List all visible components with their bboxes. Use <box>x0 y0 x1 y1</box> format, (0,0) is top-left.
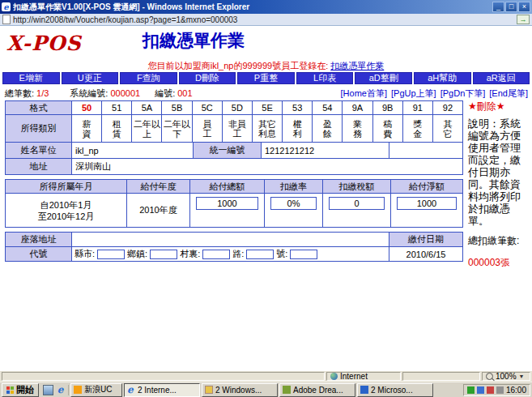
tray-icon[interactable] <box>477 386 484 394</box>
category-label: 業 務 <box>343 115 372 143</box>
location-address-input[interactable] <box>72 233 389 247</box>
status-message-panel <box>2 372 325 381</box>
format-option-selected[interactable]: 50 <box>72 101 102 115</box>
code-fields-row: 縣市: 鄉鎮: 村裏: 路: 號: <box>72 247 389 262</box>
toolbar-update-button[interactable]: U更正 <box>62 72 119 84</box>
toolbar-print-button[interactable]: L印表 <box>296 72 354 84</box>
net-pay-cell: 1000 <box>391 194 463 228</box>
security-zone-panel: Internet <box>326 372 401 381</box>
task-button-windows-explorer[interactable]: 2 Windows... <box>202 383 278 397</box>
record-number-label: 編號: <box>155 88 175 100</box>
village-input[interactable] <box>202 250 230 259</box>
quick-launch-bar: e <box>40 385 69 395</box>
format-option[interactable]: 5E <box>253 101 283 115</box>
help-description: 說明：系統編號為方便使用者管理而設定，繳付日期亦同。其餘資料均將列印於扣繳憑單。 <box>468 117 530 227</box>
withholding-tax-input[interactable]: 0 <box>329 197 385 210</box>
tray-icon[interactable] <box>467 386 475 394</box>
tray-icon[interactable] <box>496 386 504 394</box>
toolbar-return-button[interactable]: aR返回 <box>473 72 530 84</box>
task-button-sina-uc[interactable]: 新浪UC <box>70 383 122 397</box>
township-input[interactable] <box>150 250 177 259</box>
ie-quicklaunch-icon[interactable]: e <box>55 385 66 395</box>
toolbar-delete-button[interactable]: D刪除 <box>179 72 236 84</box>
nav-next-record[interactable]: [PgDn下筆] <box>440 88 486 100</box>
show-desktop-icon[interactable] <box>43 385 53 395</box>
login-status-text: 您目前以加盟商ikl_np的999999號員工登錄在: <box>148 61 331 70</box>
uniform-number-button[interactable]: 統一編號 <box>194 143 262 159</box>
login-status-page-link[interactable]: 扣繳憑單作業 <box>330 61 384 70</box>
minimize-button[interactable]: _ <box>492 2 504 12</box>
format-option[interactable]: 53 <box>283 101 313 115</box>
dreamweaver-icon <box>283 386 291 394</box>
internet-zone-icon <box>330 373 338 380</box>
tray-icon[interactable] <box>487 386 494 394</box>
zoom-level: 100% <box>496 372 517 381</box>
format-option[interactable]: 91 <box>403 101 433 115</box>
format-option[interactable]: 92 <box>433 101 463 115</box>
start-button-label: 開始 <box>16 384 34 396</box>
name-unit-input[interactable]: ikl_np <box>72 143 194 159</box>
toolbar-add-button[interactable]: E增新 <box>2 72 60 84</box>
number-label: 號: <box>276 248 287 260</box>
format-option[interactable]: 5B <box>162 101 192 115</box>
location-address-label: 座落地址 <box>6 233 72 247</box>
county-label: 縣市: <box>74 248 95 260</box>
toolbar-refresh-button[interactable]: P重整 <box>237 72 295 84</box>
road-input[interactable] <box>246 250 274 259</box>
task-button-dreamweaver[interactable]: Adobe Drea... <box>279 383 355 397</box>
category-label: 獎 金 <box>403 115 433 143</box>
county-input[interactable] <box>97 250 125 259</box>
format-option[interactable]: 51 <box>102 101 132 115</box>
category-label: 二年以 上 <box>132 115 162 143</box>
nav-first-record[interactable]: [Home首筆] <box>341 88 387 100</box>
task-button-label: 2 Windows... <box>215 386 262 395</box>
system-tray: 16:00 <box>463 384 530 396</box>
category-label: 盈 餘 <box>313 115 343 143</box>
column-header-net: 給付淨額 <box>391 180 463 194</box>
address-input[interactable]: 深圳南山 <box>72 159 463 175</box>
category-label: 員 工 <box>193 115 223 143</box>
toolbar-batch-delete-button[interactable]: aD整刪 <box>355 72 412 84</box>
format-option[interactable]: 5A <box>132 101 162 115</box>
nav-last-record[interactable]: [End尾筆] <box>489 88 528 100</box>
total-withholding-value: 000003張 <box>468 257 530 269</box>
format-option[interactable]: 5D <box>223 101 253 115</box>
toolbar-help-button[interactable]: aH幫助 <box>414 72 471 84</box>
maximize-button[interactable]: □ <box>505 2 517 12</box>
format-option[interactable]: 9A <box>343 101 372 115</box>
category-label: 薪 資 <box>72 115 102 143</box>
total-records-value: 1/3 <box>36 88 49 98</box>
delete-flag: ★刪除★ <box>468 100 530 113</box>
format-option[interactable]: 5C <box>193 101 223 115</box>
close-button[interactable]: × <box>518 2 530 12</box>
format-option[interactable]: 54 <box>313 101 343 115</box>
taskbar: 開始 e 新浪UC e 2 Interne... 2 Windows... Ad… <box>0 382 532 397</box>
uniform-number-input[interactable]: 1212121212 <box>262 143 389 159</box>
task-button-microsoft[interactable]: 2 Microso... <box>357 383 433 397</box>
folder-icon <box>205 386 213 394</box>
withholding-rate-cell: 0% <box>265 194 323 228</box>
category-label: 租 賃 <box>102 115 132 143</box>
net-pay-input[interactable]: 1000 <box>397 197 457 210</box>
pay-total-input[interactable]: 1000 <box>196 197 258 210</box>
address-input[interactable]: http://win2008/tw/Voucher/koujian.asp?pa… <box>13 15 517 24</box>
pay-total-cell: 1000 <box>190 194 265 228</box>
go-button[interactable]: → <box>517 15 530 24</box>
pay-year-cell: 2010年度 <box>127 194 190 228</box>
page-content: X-POS 扣繳憑單作業 您目前以加盟商ikl_np的999999號員工登錄在:… <box>0 26 532 370</box>
format-option[interactable]: 9B <box>373 101 403 115</box>
income-category-label: 所得類別 <box>6 115 72 143</box>
toolbar-query-button[interactable]: F查詢 <box>120 72 177 84</box>
zoom-dropdown-icon[interactable]: ▼ <box>519 374 525 379</box>
withholding-rate-input[interactable]: 0% <box>270 197 317 210</box>
code-label: 代號 <box>6 247 72 262</box>
task-button-internet-explorer[interactable]: e 2 Interne... <box>124 383 200 397</box>
income-period-cell: 自2010年1月 至2010年12月 <box>6 194 127 228</box>
income-period-from: 自2010年1月 <box>40 199 92 211</box>
number-input[interactable] <box>290 250 317 259</box>
start-button[interactable]: 開始 <box>2 383 39 397</box>
zoom-control[interactable]: 100% ▼ <box>482 372 530 381</box>
category-label: 非員 工 <box>223 115 253 143</box>
nav-previous-record[interactable]: [PgUp上筆] <box>391 88 436 100</box>
task-button-label: 2 Microso... <box>371 386 413 395</box>
